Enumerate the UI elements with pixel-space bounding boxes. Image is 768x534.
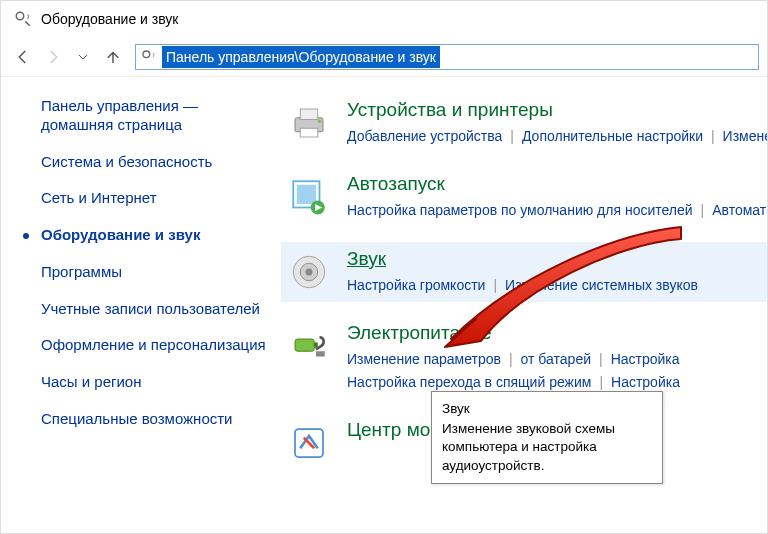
category-link[interactable]: Автоматическое воспроизведение компакт-д… bbox=[712, 202, 767, 218]
category-links: Настройка громкости|Изменение системных … bbox=[347, 274, 767, 296]
separator: | bbox=[711, 128, 715, 144]
tooltip: Звук Изменение звуковой схемы компьютера… bbox=[431, 391, 663, 484]
svg-point-0 bbox=[16, 12, 24, 20]
category-title[interactable]: Звук bbox=[347, 248, 767, 270]
svg-rect-12 bbox=[295, 339, 314, 351]
sidebar-item-5[interactable]: Учетные записи пользователей bbox=[41, 300, 271, 319]
address-field[interactable]: Панель управления\Оборудование и звук bbox=[135, 44, 759, 70]
sidebar-item-8[interactable]: Специальные возможности bbox=[41, 410, 271, 429]
category-link[interactable]: Добавление устройства bbox=[347, 128, 502, 144]
svg-rect-3 bbox=[300, 109, 318, 120]
sidebar-item-7[interactable]: Часы и регион bbox=[41, 373, 271, 392]
titlebar: Оборудование и звук bbox=[1, 1, 767, 37]
separator: | bbox=[493, 277, 497, 293]
separator: | bbox=[599, 351, 603, 367]
sidebar-item-2[interactable]: Сеть и Интернет bbox=[41, 189, 271, 208]
category-2: ЗвукНастройка громкости|Изменение систем… bbox=[281, 242, 767, 302]
back-button[interactable] bbox=[9, 43, 37, 71]
svg-rect-7 bbox=[297, 185, 316, 204]
category-link[interactable]: Настройка перехода в спящий режим bbox=[347, 374, 591, 390]
svg-rect-14 bbox=[316, 351, 325, 356]
sidebar-item-3[interactable]: Оборудование и звук bbox=[41, 226, 271, 245]
category-link[interactable]: Дополнительные настройки bbox=[522, 128, 703, 144]
separator: | bbox=[701, 202, 705, 218]
tooltip-body: Изменение звуковой схемы компьютера и на… bbox=[442, 420, 652, 475]
window-title: Оборудование и звук bbox=[41, 11, 179, 27]
sidebar-item-4[interactable]: Программы bbox=[41, 263, 271, 282]
category-link[interactable]: Настройка громкости bbox=[347, 277, 485, 293]
svg-point-11 bbox=[306, 268, 313, 275]
category-1: АвтозапускНастройка параметров по умолча… bbox=[281, 167, 767, 227]
recent-dropdown[interactable] bbox=[69, 43, 97, 71]
category-links: Изменение параметров|от батарей|Настройк… bbox=[347, 348, 767, 370]
category-link[interactable]: Настройка bbox=[611, 351, 680, 367]
sidebar-item-1[interactable]: Система и безопасность bbox=[41, 153, 271, 172]
address-bar: Панель управления\Оборудование и звук bbox=[1, 37, 767, 77]
power-icon bbox=[285, 322, 333, 370]
separator: | bbox=[599, 374, 603, 390]
category-link[interactable]: Настройка параметров по умолчанию для но… bbox=[347, 202, 693, 218]
sidebar-item-6[interactable]: Оформление и персонализация bbox=[41, 336, 271, 355]
svg-rect-4 bbox=[300, 128, 318, 137]
speaker-icon bbox=[285, 248, 333, 296]
category-title[interactable]: Автозапуск bbox=[347, 173, 767, 195]
svg-point-1 bbox=[143, 51, 150, 58]
category-body: ЗвукНастройка громкости|Изменение систем… bbox=[347, 248, 767, 296]
svg-point-5 bbox=[318, 120, 322, 124]
hardware-sound-icon bbox=[138, 46, 160, 68]
category-3: ЭлектропитаниеИзменение параметров|от ба… bbox=[281, 316, 767, 399]
category-title[interactable]: Электропитание bbox=[347, 322, 767, 344]
separator: | bbox=[509, 351, 513, 367]
category-link[interactable]: Изменение параметров bbox=[347, 351, 501, 367]
category-link[interactable]: Изменение параметров запуска Windows To … bbox=[723, 128, 767, 144]
category-body: ЭлектропитаниеИзменение параметров|от ба… bbox=[347, 322, 767, 393]
up-button[interactable] bbox=[99, 43, 127, 71]
category-0: Устройства и принтерыДобавление устройст… bbox=[281, 93, 767, 153]
forward-button[interactable] bbox=[39, 43, 67, 71]
mobility-icon bbox=[285, 419, 333, 467]
category-links: Настройка параметров по умолчанию для но… bbox=[347, 199, 767, 221]
category-link[interactable]: от батарей bbox=[521, 351, 591, 367]
category-link[interactable]: Настройка bbox=[611, 374, 680, 390]
address-text: Панель управления\Оборудование и звук bbox=[162, 46, 440, 68]
category-links: Добавление устройства|Дополнительные нас… bbox=[347, 125, 767, 147]
category-body: Устройства и принтерыДобавление устройст… bbox=[347, 99, 767, 147]
svg-rect-13 bbox=[314, 343, 318, 348]
hardware-sound-icon bbox=[13, 9, 33, 29]
tooltip-title: Звук bbox=[442, 400, 652, 418]
category-link[interactable]: Изменение системных звуков bbox=[505, 277, 698, 293]
sidebar-item-0[interactable]: Панель управления — домашняя страница bbox=[41, 97, 271, 135]
autoplay-icon bbox=[285, 173, 333, 221]
category-title[interactable]: Устройства и принтеры bbox=[347, 99, 767, 121]
printer-icon bbox=[285, 99, 333, 147]
category-body: АвтозапускНастройка параметров по умолча… bbox=[347, 173, 767, 221]
separator: | bbox=[510, 128, 514, 144]
category-links: Настройка перехода в спящий режим|Настро… bbox=[347, 371, 767, 393]
sidebar: Панель управления — домашняя страницаСис… bbox=[1, 77, 281, 534]
